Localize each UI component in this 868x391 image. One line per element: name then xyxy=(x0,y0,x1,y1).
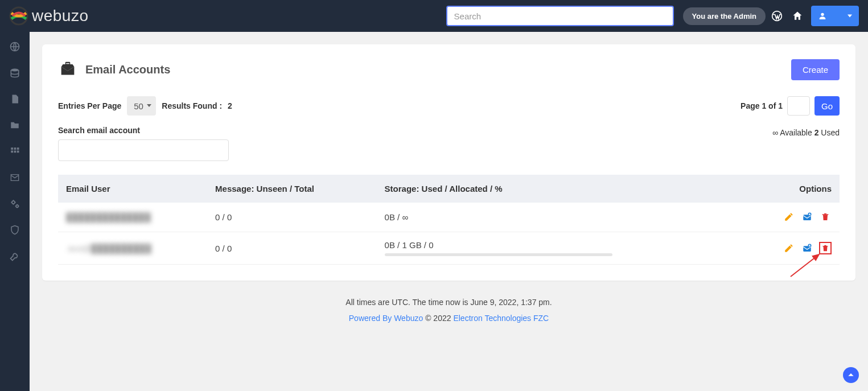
table-row: .test@██████████0 / 00B / 1 GB / 0 xyxy=(58,232,840,265)
main-content: Email Accounts Create Entries Per Page 5… xyxy=(30,32,868,360)
user-menu-button[interactable] xyxy=(811,6,859,26)
svg-rect-14 xyxy=(66,63,69,63)
cell-message: 0 / 0 xyxy=(215,212,232,222)
svg-rect-10 xyxy=(17,151,19,153)
email-page-icon xyxy=(58,60,77,80)
col-storage: Storage: Used / Allocated / % xyxy=(377,175,736,203)
email-accounts-table: Email User Message: Unseen / Total Stora… xyxy=(58,175,840,265)
folder-icon[interactable] xyxy=(7,117,23,133)
svg-point-2 xyxy=(821,13,824,16)
shield-icon[interactable] xyxy=(7,222,23,238)
svg-point-11 xyxy=(12,201,15,204)
cell-storage: 0B / ∞ xyxy=(385,212,409,222)
results-found-value: 2 xyxy=(228,101,232,110)
col-message: Message: Unseen / Total xyxy=(207,175,377,203)
page-title: Email Accounts xyxy=(85,63,170,76)
footer-powered-link[interactable]: Powered By Webuzo xyxy=(349,314,423,323)
brand-text: webuzo xyxy=(32,7,89,25)
globe-icon[interactable] xyxy=(7,39,23,55)
create-button[interactable]: Create xyxy=(791,59,840,80)
go-button[interactable]: Go xyxy=(814,96,840,116)
mail-icon[interactable] xyxy=(7,170,23,186)
delete-icon[interactable] xyxy=(819,242,832,254)
entries-per-page-select[interactable]: 50 xyxy=(127,96,156,116)
footer-time: All times are UTC. The time now is June … xyxy=(42,294,855,310)
svg-point-4 xyxy=(11,69,18,72)
apps-icon[interactable] xyxy=(7,143,23,159)
entries-per-page-label: Entries Per Page xyxy=(58,101,121,110)
svg-point-12 xyxy=(16,205,18,207)
gears-icon[interactable] xyxy=(7,196,23,212)
svg-rect-5 xyxy=(11,147,13,150)
brand-logo[interactable]: webuzo xyxy=(9,6,89,26)
delete-icon[interactable] xyxy=(819,211,832,223)
admin-badge: You are the Admin xyxy=(683,7,766,25)
footer: All times are UTC. The time now is June … xyxy=(42,294,855,326)
file-icon[interactable] xyxy=(7,91,23,107)
svg-rect-7 xyxy=(17,147,19,150)
wrench-icon[interactable] xyxy=(7,248,23,264)
page-number-input[interactable] xyxy=(787,96,810,116)
top-bar: webuzo You are the Admin xyxy=(0,0,868,32)
svg-rect-8 xyxy=(11,151,13,153)
footer-company-link[interactable]: Electron Technologies FZC xyxy=(453,314,549,323)
cell-storage: 0B / 1 GB / 0 xyxy=(385,240,728,250)
svg-rect-6 xyxy=(14,147,17,150)
logo-icon xyxy=(9,6,28,26)
storage-progress xyxy=(385,253,612,256)
col-email-user: Email User xyxy=(58,175,207,203)
page-indicator: Page 1 of 1 xyxy=(741,101,783,110)
webmail-icon[interactable] xyxy=(801,242,813,254)
chevron-down-icon xyxy=(848,14,852,18)
svg-point-20 xyxy=(809,244,811,245)
cell-email-user: ██████████████ xyxy=(66,212,151,222)
results-found-label: Results Found : xyxy=(162,101,222,110)
edit-icon[interactable] xyxy=(783,211,795,223)
user-icon xyxy=(818,11,827,20)
svg-point-17 xyxy=(809,213,811,215)
table-row: ██████████████0 / 00B / ∞ xyxy=(58,203,840,232)
sidebar xyxy=(0,32,30,360)
global-search xyxy=(446,6,674,26)
edit-icon[interactable] xyxy=(783,242,795,254)
database-icon[interactable] xyxy=(7,65,23,81)
col-options: Options xyxy=(735,175,840,203)
webmail-icon[interactable] xyxy=(801,211,813,223)
svg-rect-9 xyxy=(14,151,17,153)
search-account-label: Search email account xyxy=(58,126,229,135)
email-accounts-card: Email Accounts Create Entries Per Page 5… xyxy=(42,44,855,281)
availability-summary: ∞ Available 2 Used xyxy=(772,126,840,137)
search-input[interactable] xyxy=(446,6,674,26)
wordpress-icon[interactable] xyxy=(768,7,786,25)
cell-email-user: .test@██████████ xyxy=(66,244,151,253)
search-account-input[interactable] xyxy=(58,139,229,161)
cell-message: 0 / 0 xyxy=(215,244,232,253)
home-icon[interactable] xyxy=(788,7,807,25)
